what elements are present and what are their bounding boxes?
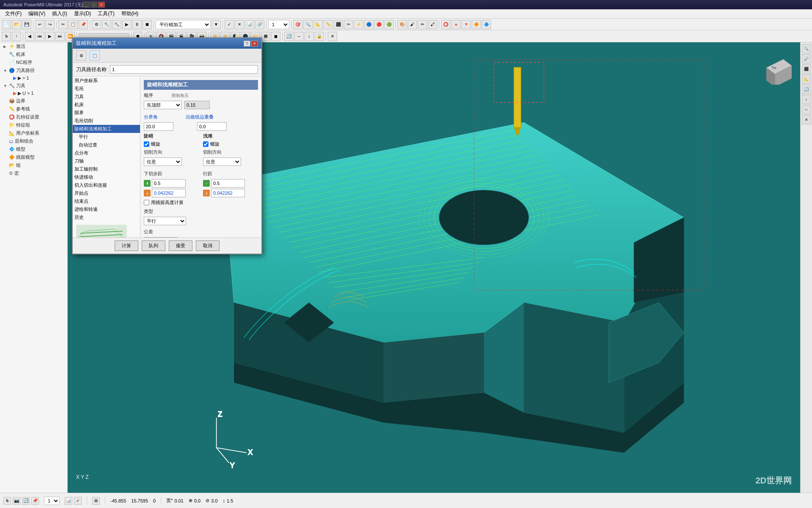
dialog-titlebar-controls[interactable]: ? ✕	[244, 41, 258, 47]
open-button[interactable]: 📂	[12, 20, 21, 29]
dlg-tree-history[interactable]: 历史	[73, 213, 140, 221]
spiral-check-shallow[interactable]	[203, 141, 208, 147]
number-dropdown[interactable]: 1	[268, 20, 289, 29]
stepdown-input[interactable]	[152, 179, 186, 188]
menu-tools[interactable]: 工具(T)	[94, 9, 118, 18]
tb-btn-30[interactable]: ⭕	[441, 20, 450, 29]
tb-btn-11[interactable]: ⏹	[143, 20, 152, 29]
tree-item-参考线[interactable]: 📏 参考线	[0, 105, 67, 113]
stepover-angle-input[interactable]	[211, 189, 245, 197]
dialog-close-button[interactable]: ✕	[251, 41, 258, 47]
tb-btn-7[interactable]: 🔧	[102, 20, 111, 29]
dlg-tree-toolaxis[interactable]: 刀轴	[73, 157, 140, 165]
tb-btn-4[interactable]: 📋	[69, 20, 78, 29]
calc-button[interactable]: 计算	[115, 240, 138, 251]
tree-item-刀具[interactable]: ▼ 🔨 刀具	[0, 82, 67, 90]
menu-file[interactable]: 文件(F)	[2, 9, 25, 18]
save-button[interactable]: 💾	[22, 20, 31, 29]
boundary-angle-link[interactable]: 分界角	[144, 114, 158, 120]
tb-btn-12[interactable]: ✓	[225, 20, 234, 29]
tb-btn-3[interactable]: ✂	[58, 20, 68, 29]
nav-cube[interactable]: Top	[758, 51, 792, 85]
tb2-btn-3[interactable]: ◀	[25, 32, 34, 41]
stepdown-angle-input[interactable]	[152, 189, 186, 197]
tree-item-孔特征设置[interactable]: ⭕ 孔特征设置	[0, 113, 67, 121]
tb-btn-19[interactable]: 📏	[324, 20, 333, 29]
menu-help[interactable]: 帮助(H)	[118, 9, 142, 18]
tree-item-层和组合[interactable]: 🗂 层和组合	[0, 137, 67, 145]
tolerance-input[interactable]	[144, 237, 178, 237]
dlg-tree-rapid[interactable]: 快进移动	[73, 173, 140, 181]
tree-item-组[interactable]: 📂 组	[0, 161, 67, 169]
tb2-btn-23[interactable]: ↔	[294, 32, 304, 41]
tb-btn-16[interactable]: 🎯	[293, 20, 302, 29]
dlg-tree-tool[interactable]: 刀具	[73, 93, 140, 101]
tb-btn-13[interactable]: ✕	[235, 20, 244, 29]
tree-item-刀具1[interactable]: ▶ ▶ U > 1	[0, 90, 67, 97]
status-btn-1[interactable]: 🖱	[3, 497, 11, 505]
tree-item-刀具路径[interactable]: ▼ 🔵 刀具路径	[0, 66, 67, 75]
dlg-tree-startpoint[interactable]: 开始点	[73, 189, 140, 197]
tree-item-用户坐标系[interactable]: 📐 用户坐标系	[0, 129, 67, 137]
dialog-settings-icon[interactable]: ⚙	[76, 50, 86, 61]
tree-item-激活[interactable]: ▶ ⚡ 激活	[0, 42, 67, 50]
redo-button[interactable]: ↪	[45, 20, 55, 29]
queue-button[interactable]: 队列	[142, 240, 165, 251]
tree-item-特征组[interactable]: 📁 特征组	[0, 121, 67, 129]
tb-btn-15[interactable]: 🔗	[255, 20, 264, 29]
tb-btn-28[interactable]: ✏	[418, 20, 427, 29]
tb2-btn-26[interactable]: ✕	[328, 32, 337, 41]
tb-btn-34[interactable]: 🔷	[482, 20, 491, 29]
tb2-btn-6[interactable]: ⏭	[55, 32, 65, 41]
type-select[interactable]: 平行	[144, 217, 186, 225]
menu-edit[interactable]: 编辑(V)	[25, 9, 49, 18]
grid-button[interactable]: ⊞	[92, 497, 100, 505]
dlg-tree-stock-cut[interactable]: 毛坯切削	[73, 117, 140, 125]
tb-btn-10[interactable]: ⏸	[132, 20, 142, 29]
tb-btn-29[interactable]: 🖍	[428, 20, 437, 29]
close-button[interactable]: ✕	[98, 2, 105, 8]
tb-btn-14[interactable]: 📊	[245, 20, 254, 29]
tb-btn-9[interactable]: ▶	[122, 20, 132, 29]
tree-item-残留模型[interactable]: 🔶 残留模型	[0, 153, 67, 161]
tb-btn-22[interactable]: ⚡	[354, 20, 363, 29]
dlg-tree-limits[interactable]: 限界	[73, 109, 140, 117]
tb2-btn-21[interactable]: ◼	[271, 32, 280, 41]
dialog-help-button[interactable]: ?	[244, 41, 250, 47]
dlg-tree-pointdist[interactable]: 点分布	[73, 149, 140, 157]
tb-btn-23[interactable]: 🔵	[364, 20, 373, 29]
dropdown-btn[interactable]: ▼	[211, 20, 221, 29]
tb-btn-26[interactable]: 🎨	[398, 20, 407, 29]
tb-btn-18[interactable]: 📐	[313, 20, 323, 29]
cancel-button[interactable]: 取消	[196, 240, 219, 251]
residue-height-check[interactable]	[144, 200, 149, 205]
undo-button[interactable]: ↩	[35, 20, 44, 29]
strategy-dropdown[interactable]: 平行精加工	[156, 20, 211, 29]
tb-btn-8[interactable]: 🔨	[112, 20, 121, 29]
dlg-tree-autocheck[interactable]: 自动过查	[73, 141, 140, 149]
menu-insert[interactable]: 插入(I)	[49, 9, 70, 18]
maximize-button[interactable]: □	[91, 2, 97, 8]
cut-dir-shallow-select[interactable]: 任意	[203, 157, 241, 166]
spiral-check-steep[interactable]	[144, 141, 149, 147]
dlg-tree-feedrate[interactable]: 进给和转速	[73, 205, 140, 213]
order-select[interactable]: 先顶部	[144, 101, 182, 109]
tb-btn-21[interactable]: ✂	[344, 20, 353, 29]
right-icon-7[interactable]: ↔	[802, 105, 811, 114]
tb2-btn-4[interactable]: ⏮	[35, 32, 44, 41]
new-button[interactable]: 📄	[2, 20, 11, 29]
tree-item-刀路1[interactable]: ▶ ▶ > 1	[0, 75, 67, 82]
stepover-input[interactable]	[211, 179, 245, 188]
dialog-strategy-icon[interactable]: 📋	[90, 50, 100, 61]
status-dropdown[interactable]: 1	[44, 497, 60, 505]
tb-btn-25[interactable]: 🟢	[384, 20, 394, 29]
tree-item-边界[interactable]: 📦 边界	[0, 97, 67, 105]
tree-item-nc程序[interactable]: 📄 NC程序	[0, 58, 67, 66]
menu-view[interactable]: 显示(D)	[71, 9, 95, 18]
boundary-angle-input[interactable]	[144, 122, 173, 131]
accept-button[interactable]: 接受	[169, 240, 192, 251]
status-btn-5[interactable]: 📊	[65, 497, 72, 505]
dlg-tree-machineaxis[interactable]: 加工轴控制	[73, 165, 140, 173]
tb-btn-5[interactable]: 📌	[79, 20, 88, 29]
titlebar-controls[interactable]: _ □ ✕	[83, 2, 105, 8]
